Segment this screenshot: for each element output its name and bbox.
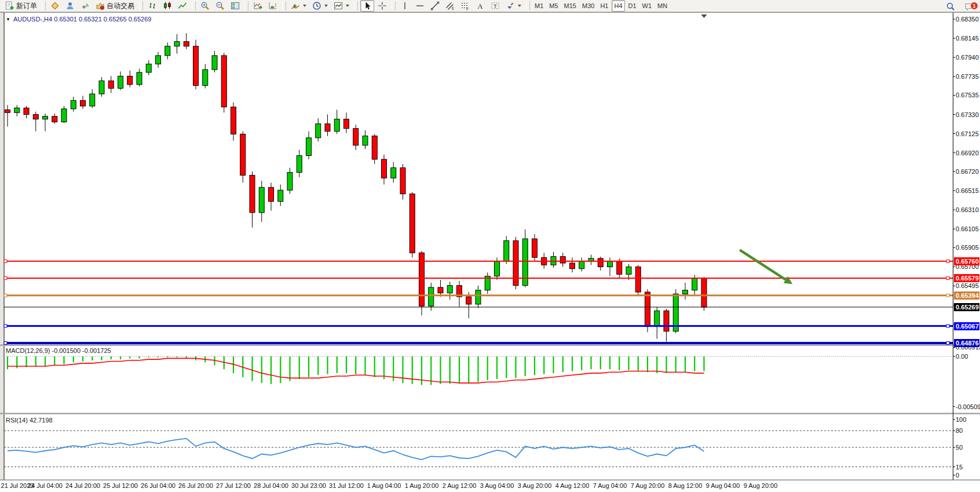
svg-text:A: A <box>477 2 483 10</box>
timeframe-m15[interactable]: M15 <box>562 0 579 12</box>
equidistant-channel-button[interactable]: E <box>443 0 457 12</box>
timeframe-mn[interactable]: MN <box>655 0 670 12</box>
chart-shift-marker[interactable] <box>701 14 707 18</box>
trendline-button[interactable] <box>428 0 442 12</box>
support-line-orange-price-label: 0.65394 <box>954 291 979 300</box>
line-chart-button[interactable] <box>175 0 189 12</box>
candlestick-button[interactable] <box>160 0 174 12</box>
dropdown-arrow-icon[interactable] <box>346 5 349 7</box>
notifications-button[interactable]: 1 <box>962 1 976 12</box>
candle-body <box>193 46 199 86</box>
resistance-line-2-handle-right[interactable] <box>946 276 949 279</box>
timeframe-m5[interactable]: M5 <box>547 0 560 12</box>
price-axis-tick: 0.67330 <box>956 111 979 118</box>
price-axis-tick: 0.65495 <box>956 282 979 289</box>
timeframe-m1-label: M1 <box>535 2 543 9</box>
timeframe-d1[interactable]: D1 <box>626 0 639 12</box>
candle-body <box>165 46 170 56</box>
dropdown-arrow-icon[interactable] <box>518 5 521 7</box>
zoom-out-icon <box>215 1 225 10</box>
time-axis-label: 4 Aug 12:00 <box>555 482 590 489</box>
signals-button[interactable] <box>78 0 92 12</box>
timeframe-m1[interactable]: M1 <box>532 0 546 12</box>
autotrade-icon <box>96 1 105 10</box>
candle-body <box>645 292 650 327</box>
horizontal-line-button[interactable] <box>413 0 427 12</box>
time-axis-label: 2 Aug 12:00 <box>443 482 477 489</box>
auto-scroll-button[interactable] <box>251 0 265 12</box>
trend-arrow-annotation[interactable] <box>740 250 785 279</box>
resistance-line-1-handle-left[interactable] <box>4 260 7 263</box>
dropdown-arrow-icon[interactable] <box>324 5 328 7</box>
fibonacci-button[interactable]: F <box>458 0 472 12</box>
chart-window[interactable]: ▼ AUDUSD-,H4 0.65301 0.65321 0.65265 0.6… <box>0 12 980 492</box>
cursor-button[interactable] <box>360 0 374 12</box>
toolbar-group <box>250 0 280 12</box>
price-axis-tick: 0.67535 <box>956 92 979 99</box>
timeframe-m30[interactable]: M30 <box>580 0 597 12</box>
timeframe-m15-label: M15 <box>564 2 576 9</box>
candle-body <box>118 76 123 88</box>
candle-body <box>353 129 359 145</box>
periods-button[interactable] <box>310 0 330 12</box>
candle-body <box>683 290 688 294</box>
candle-body <box>287 173 292 191</box>
resistance-line-1-handle-right[interactable] <box>946 260 949 263</box>
timeframe-h1[interactable]: H1 <box>598 0 610 12</box>
candle-body <box>127 76 133 85</box>
tile-windows-button[interactable] <box>228 0 242 12</box>
chevron-down-icon[interactable]: ▼ <box>6 17 10 22</box>
svg-text:E: E <box>452 6 455 10</box>
timeframe-w1[interactable]: W1 <box>640 0 654 12</box>
support-line-orange-handle-left[interactable] <box>4 294 7 297</box>
svg-text:F: F <box>466 7 469 11</box>
toolbar-right: 1 <box>943 0 977 12</box>
support-line-darkblue-handle-right[interactable] <box>946 342 949 345</box>
candle-body <box>156 56 161 64</box>
dropdown-arrow-icon[interactable] <box>303 5 306 7</box>
candle-body <box>466 297 471 304</box>
candle-body <box>334 119 339 132</box>
search-button[interactable] <box>944 1 957 12</box>
zoom-in-button[interactable] <box>198 0 212 12</box>
rsi-axis-tick: 15 <box>956 464 963 471</box>
auto-trading-button[interactable]: 自动交易 <box>93 0 137 12</box>
template-icon <box>334 1 343 10</box>
resistance-line-2-handle-left[interactable] <box>4 276 7 279</box>
toolbar-group: M1M5M15M30H1H4D1W1MN <box>532 0 670 12</box>
templates-button[interactable] <box>331 0 352 12</box>
price-axis-tick: 0.66310 <box>956 206 979 213</box>
symbol-ohlc-text: AUDUSD-,H4 0.65301 0.65321 0.65265 0.652… <box>13 16 152 23</box>
crosshair-button[interactable] <box>375 0 389 12</box>
support-line-darkblue-handle-left[interactable] <box>4 342 7 345</box>
candle-body <box>278 190 283 201</box>
gold-chart-button[interactable] <box>48 0 62 12</box>
new-order-button[interactable]: 新订单 <box>3 0 39 12</box>
timeframe-h4[interactable]: H4 <box>612 0 624 12</box>
new-order-icon <box>5 1 14 10</box>
macd-axis-tick: 0.00 <box>956 353 968 360</box>
support-line-blue-handle-left[interactable] <box>4 325 7 327</box>
chart-shift-button[interactable] <box>266 0 280 12</box>
zoom-out-button[interactable] <box>213 0 227 12</box>
chart-shift-icon <box>268 1 277 10</box>
profile-button[interactable] <box>63 0 77 12</box>
support-line-blue-handle-right[interactable] <box>946 325 949 327</box>
main-toolbar: 新订单自动交易EFATM1M5M15M30H1H4D1W1MN1 <box>0 0 980 12</box>
support-line-blue-price-label: 0.65067 <box>954 322 979 330</box>
candle-body <box>24 108 29 114</box>
bar-chart-button[interactable] <box>145 0 159 12</box>
time-axis-label: 1 Aug 04:00 <box>367 482 401 489</box>
text-label-button[interactable]: T <box>488 0 502 12</box>
support-line-orange-handle-right[interactable] <box>946 294 949 297</box>
rsi-line <box>8 439 704 460</box>
price-axis-line <box>953 13 953 480</box>
vline-icon <box>400 1 409 10</box>
vertical-line-button[interactable] <box>398 0 412 12</box>
arrows-button[interactable] <box>503 0 524 12</box>
rsi-axis-tick: 0 <box>956 472 959 479</box>
text-button[interactable]: A <box>473 0 487 12</box>
chart-canvas[interactable] <box>0 13 980 492</box>
indicators-button[interactable] <box>288 0 309 12</box>
price-axis-tick: 0.67940 <box>956 54 979 61</box>
